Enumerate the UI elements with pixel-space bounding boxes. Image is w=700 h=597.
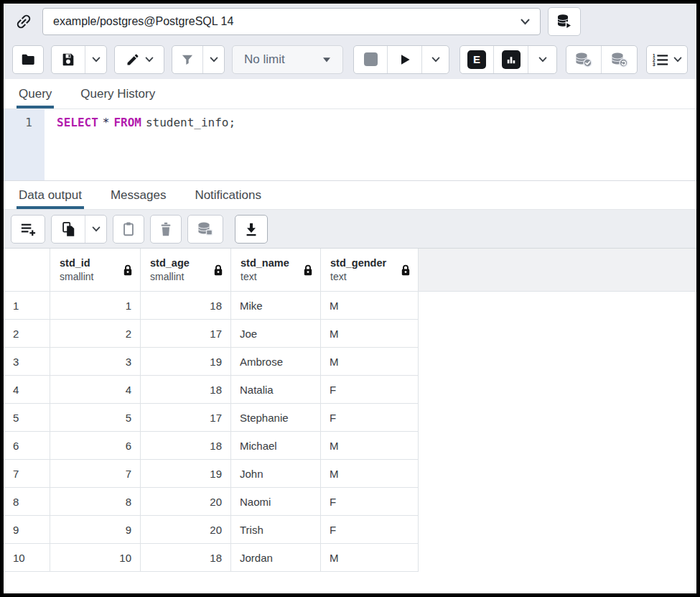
column-header-std-name[interactable]: std_name text [231, 249, 321, 292]
cell-std-name[interactable]: Stephanie [231, 404, 321, 432]
cell-std-id[interactable]: 2 [50, 320, 141, 348]
explain-button[interactable]: E [460, 46, 493, 73]
row-number-cell[interactable]: 5 [4, 404, 50, 432]
row-number-cell[interactable]: 10 [4, 544, 50, 572]
edit-menu-button[interactable] [114, 45, 164, 74]
cell-std-id[interactable]: 3 [50, 348, 141, 376]
tab-messages[interactable]: Messages [108, 181, 168, 209]
column-header-std-id[interactable]: std_id smallint [50, 249, 141, 292]
explain-analyze-icon [502, 50, 521, 69]
copy-menu-button[interactable] [85, 216, 106, 243]
open-file-button[interactable] [12, 45, 44, 74]
tab-query[interactable]: Query [17, 79, 54, 108]
save-data-button[interactable] [187, 215, 223, 244]
row-number-cell[interactable]: 8 [4, 488, 50, 516]
cell-std-gender[interactable]: M [321, 320, 419, 348]
commit-button[interactable] [566, 46, 601, 73]
column-header-std-gender[interactable]: std_gender text [321, 249, 419, 292]
cell-std-id[interactable]: 7 [50, 460, 141, 488]
cell-std-age[interactable]: 17 [141, 320, 231, 348]
cell-std-age[interactable]: 18 [141, 376, 231, 404]
cell-std-id[interactable]: 5 [50, 404, 141, 432]
cell-std-gender[interactable]: M [321, 348, 419, 376]
new-connection-button[interactable] [548, 7, 581, 36]
cell-std-id[interactable]: 9 [50, 516, 141, 544]
rollback-button[interactable] [601, 46, 637, 73]
cell-std-gender[interactable]: M [321, 460, 419, 488]
cell-std-name[interactable]: Natalia [231, 376, 321, 404]
stop-icon [364, 52, 378, 66]
tab-query-history[interactable]: Query History [78, 79, 157, 108]
cell-std-gender[interactable]: M [321, 292, 419, 320]
cell-std-gender[interactable]: F [321, 376, 419, 404]
table-row: 10 10 18 Jordan M [4, 544, 696, 572]
row-limit-value: No limit [244, 52, 285, 67]
paste-button[interactable] [113, 215, 144, 244]
row-number-cell[interactable]: 3 [4, 348, 50, 376]
sql-code-area[interactable]: SELECT*FROMstudent_info; [45, 109, 696, 180]
cell-std-name[interactable]: John [231, 460, 321, 488]
execute-button-group [353, 45, 449, 74]
cell-std-name[interactable]: Trish [231, 516, 321, 544]
caret-down-icon [322, 57, 331, 63]
cell-std-id[interactable]: 4 [50, 376, 141, 404]
cell-std-name[interactable]: Jordan [231, 544, 321, 572]
column-name: std_age [150, 256, 190, 270]
editor-gutter: 1 [4, 109, 45, 180]
row-limit-select[interactable]: No limit [232, 45, 343, 74]
cell-std-name[interactable]: Ambrose [231, 348, 321, 376]
explain-analyze-button[interactable] [493, 46, 528, 73]
cell-std-name[interactable]: Naomi [231, 488, 321, 516]
cell-std-gender[interactable]: M [321, 432, 419, 460]
cell-std-age[interactable]: 20 [141, 516, 231, 544]
macro-menu-button[interactable]: 1 2 3 [646, 45, 688, 74]
save-button[interactable] [52, 46, 85, 73]
row-number-cell[interactable]: 2 [4, 320, 50, 348]
cell-std-name[interactable]: Joe [231, 320, 321, 348]
cell-std-age[interactable]: 18 [141, 292, 231, 320]
cell-std-name[interactable]: Michael [231, 432, 321, 460]
execute-menu-button[interactable] [421, 46, 449, 73]
cell-std-age[interactable]: 19 [141, 348, 231, 376]
cell-std-gender[interactable]: F [321, 404, 419, 432]
cell-std-id[interactable]: 10 [50, 544, 141, 572]
select-all-cell[interactable] [4, 249, 50, 292]
copy-button[interactable] [52, 216, 85, 243]
connection-select[interactable]: example/postgres@PostgreSQL 14 [42, 8, 541, 35]
explain-button-group: E [459, 45, 557, 74]
cell-std-age[interactable]: 17 [141, 404, 231, 432]
tab-notifications[interactable]: Notifications [192, 181, 263, 209]
cell-std-id[interactable]: 6 [50, 432, 141, 460]
add-row-button[interactable] [11, 215, 45, 244]
cell-std-gender[interactable]: F [321, 516, 419, 544]
cell-std-age[interactable]: 18 [141, 432, 231, 460]
column-type: smallint [150, 270, 190, 284]
delete-row-icon [158, 221, 174, 238]
explain-menu-button[interactable] [528, 46, 556, 73]
download-button[interactable] [235, 215, 268, 244]
row-number-cell[interactable]: 9 [4, 516, 50, 544]
row-number-cell[interactable]: 1 [4, 292, 50, 320]
cell-std-age[interactable]: 20 [141, 488, 231, 516]
cell-std-age[interactable]: 18 [141, 544, 231, 572]
cell-std-id[interactable]: 8 [50, 488, 141, 516]
cell-std-gender[interactable]: F [321, 488, 419, 516]
lock-icon [401, 264, 411, 276]
chevron-down-icon [673, 57, 682, 63]
row-number-cell[interactable]: 7 [4, 460, 50, 488]
cell-std-id[interactable]: 1 [50, 292, 141, 320]
cell-std-age[interactable]: 19 [141, 460, 231, 488]
save-menu-button[interactable] [85, 46, 106, 73]
row-number-cell[interactable]: 6 [4, 432, 50, 460]
execute-button[interactable] [387, 46, 421, 73]
filter-menu-button[interactable] [202, 46, 224, 73]
cell-std-name[interactable]: Mike [231, 292, 321, 320]
tab-data-output[interactable]: Data output [17, 181, 84, 209]
delete-row-button[interactable] [150, 215, 182, 244]
column-header-std-age[interactable]: std_age smallint [141, 249, 231, 292]
filter-button[interactable] [172, 46, 202, 73]
cell-std-gender[interactable]: M [321, 544, 419, 572]
row-number-cell[interactable]: 4 [4, 376, 50, 404]
stop-button[interactable] [354, 46, 387, 73]
lock-icon [213, 264, 223, 276]
